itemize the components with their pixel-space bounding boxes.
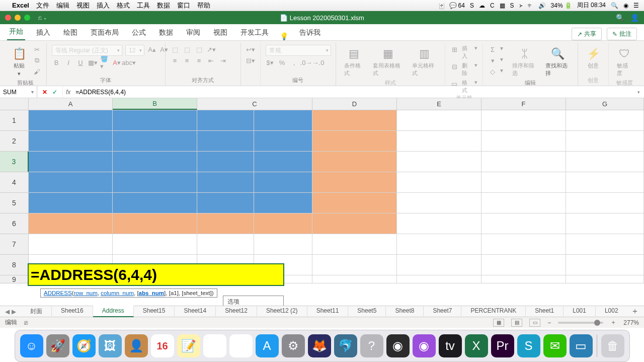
align-bot-icon[interactable]: ⬚ bbox=[195, 45, 204, 54]
tab-review[interactable]: 审阅 bbox=[184, 25, 202, 40]
dock-reminders[interactable]: ☑ bbox=[203, 334, 226, 357]
qat-autosave-icon[interactable]: ⎌ ▾ bbox=[38, 14, 47, 21]
zoom-level[interactable]: 277% bbox=[623, 319, 639, 326]
dock-photos[interactable]: ❀ bbox=[229, 334, 253, 357]
col-header-c[interactable]: C bbox=[197, 98, 312, 110]
fx-icon[interactable]: fx bbox=[66, 89, 70, 96]
sheet-tab-sheet14[interactable]: Sheet14 bbox=[175, 306, 216, 317]
status-menu-icon[interactable]: ☰ bbox=[633, 2, 639, 9]
sheet-tab-address[interactable]: Address bbox=[93, 306, 134, 317]
dock-mysql[interactable]: 🐬 bbox=[334, 334, 357, 357]
title-search-icon[interactable]: 🔍 bbox=[616, 14, 624, 22]
col-header-b[interactable]: B bbox=[113, 98, 197, 110]
dock-finder[interactable]: ☺ bbox=[20, 334, 43, 357]
sort-filter-button[interactable]: ᛯ排序和筛选 bbox=[509, 45, 539, 79]
zoom-in-button[interactable]: ＋ bbox=[610, 318, 616, 327]
col-header-e[interactable]: E bbox=[397, 98, 481, 110]
menu-window[interactable]: 窗口 bbox=[177, 1, 190, 10]
dock-preview[interactable]: 🖼 bbox=[99, 334, 122, 357]
app-name[interactable]: Excel bbox=[12, 2, 29, 9]
dock-wechat[interactable]: ✉ bbox=[543, 334, 567, 357]
col-header-f[interactable]: F bbox=[481, 98, 566, 110]
dock-appletv[interactable]: tv bbox=[439, 334, 462, 357]
cell-styles-button[interactable]: ▥单元格样式 bbox=[409, 45, 440, 79]
table-format-button[interactable]: ▦套用表格格式 bbox=[370, 45, 406, 79]
view-break-icon[interactable]: ▭ bbox=[529, 319, 540, 327]
formula-expand-icon[interactable]: ▾ bbox=[637, 90, 640, 95]
dock-help[interactable]: ? bbox=[360, 334, 383, 357]
sheet-tab-sheet11[interactable]: Sheet11 bbox=[307, 306, 349, 317]
name-box[interactable]: SUM▾ bbox=[0, 86, 37, 98]
sheet-tab-l002[interactable]: L002 bbox=[596, 306, 626, 317]
sheet-nav-next-icon[interactable]: ▶ bbox=[12, 308, 16, 315]
status-wifi-icon[interactable]: ᯤ bbox=[527, 2, 533, 9]
sheet-tab-sheet12[interactable]: Sheet12 bbox=[216, 306, 257, 317]
row-header-1[interactable]: 1 bbox=[0, 110, 29, 131]
row-header-5[interactable]: 5 bbox=[0, 193, 29, 213]
bold-icon[interactable]: B bbox=[52, 58, 61, 67]
dock-launchpad[interactable]: 🚀 bbox=[46, 334, 69, 357]
title-user-icon[interactable]: 👤 bbox=[630, 14, 639, 22]
sheet-tab-sheet1[interactable]: Sheet1 bbox=[526, 306, 564, 317]
underline-icon[interactable]: U bbox=[76, 58, 85, 67]
sheet-nav-prev-icon[interactable]: ◀ bbox=[5, 308, 10, 315]
dock-contacts[interactable]: 👤 bbox=[125, 334, 148, 357]
menu-tools[interactable]: 工具 bbox=[137, 1, 150, 10]
delete-cells-icon[interactable]: ⊟ bbox=[450, 62, 458, 71]
dock-podcasts[interactable]: ◉ bbox=[413, 334, 436, 357]
select-all-corner[interactable] bbox=[0, 98, 29, 110]
row-header-2[interactable]: 2 bbox=[0, 131, 29, 152]
row-header-6[interactable]: 6 bbox=[0, 213, 29, 234]
zoom-button[interactable] bbox=[24, 15, 30, 21]
close-button[interactable] bbox=[5, 15, 11, 21]
tab-view[interactable]: 视图 bbox=[211, 25, 229, 40]
sheet-tab-sheet16[interactable]: Sheet16 bbox=[52, 306, 93, 317]
col-header-g[interactable]: G bbox=[566, 98, 644, 110]
indent-inc-icon[interactable]: ⇥ bbox=[219, 56, 228, 65]
tab-home[interactable]: 开始 bbox=[7, 24, 25, 40]
view-normal-icon[interactable]: ▦ bbox=[493, 319, 504, 327]
add-sheet-button[interactable]: ＋ bbox=[626, 306, 644, 317]
dock-trash[interactable]: 🗑 bbox=[601, 334, 624, 357]
increase-font-icon[interactable]: A▴ bbox=[147, 45, 156, 54]
dock-pr[interactable]: Pr bbox=[491, 334, 514, 357]
copy-icon[interactable]: ⧉ bbox=[32, 56, 41, 65]
row-header-7[interactable]: 7 bbox=[0, 234, 29, 255]
dock-screenflow[interactable]: ▭ bbox=[570, 334, 593, 357]
dec-dec-icon[interactable]: →.0 bbox=[314, 58, 323, 67]
menu-help[interactable]: 帮助 bbox=[197, 1, 210, 10]
font-color-icon[interactable]: A▾ bbox=[112, 58, 121, 67]
sheet-tab-percentrank[interactable]: PERCENTRANK bbox=[461, 306, 526, 317]
active-edit-cell[interactable]: =ADDRESS(6,4,4) bbox=[29, 264, 283, 285]
paste-button[interactable]: 📋粘贴▾ bbox=[9, 45, 29, 79]
status-search-icon[interactable]: 🔍 bbox=[611, 2, 618, 9]
cancel-edit-icon[interactable]: ✕ bbox=[42, 89, 47, 96]
status-c-icon[interactable]: C bbox=[490, 2, 495, 9]
status-wechat-icon[interactable]: 💬 64 bbox=[449, 2, 465, 9]
number-format-select[interactable]: 常规 bbox=[266, 45, 331, 56]
menu-edit[interactable]: 编辑 bbox=[56, 1, 69, 10]
sheet-tab-sheet5[interactable]: Sheet5 bbox=[348, 306, 386, 317]
status-s-icon[interactable]: S bbox=[470, 2, 474, 9]
tab-draw[interactable]: 绘图 bbox=[61, 25, 79, 40]
align-right-icon[interactable]: ≡ bbox=[195, 56, 204, 65]
clear-icon[interactable]: ◇ bbox=[488, 67, 497, 76]
decrease-font-icon[interactable]: A▾ bbox=[159, 45, 169, 54]
zoom-out-button[interactable]: − bbox=[547, 319, 551, 326]
col-header-d[interactable]: D bbox=[312, 98, 397, 110]
status-time[interactable]: 周日 08:34 bbox=[577, 1, 606, 10]
menu-data[interactable]: 数据 bbox=[157, 1, 170, 10]
italic-icon[interactable]: I bbox=[64, 58, 73, 67]
status-siri-icon[interactable]: ◉ bbox=[623, 2, 628, 9]
row-header-3[interactable]: 3 bbox=[0, 152, 29, 172]
share-button[interactable]: ↗ 共享 bbox=[572, 28, 602, 40]
status-sq-icon[interactable]: S bbox=[510, 2, 514, 9]
confirm-edit-icon[interactable]: ✓ bbox=[52, 89, 57, 96]
ideas-button[interactable]: ⚡创意 bbox=[583, 45, 603, 71]
zoom-slider[interactable] bbox=[558, 322, 603, 324]
dock-excel[interactable]: X bbox=[465, 334, 488, 357]
comments-button[interactable]: ✎ 批注 bbox=[607, 28, 637, 40]
menu-view[interactable]: 视图 bbox=[76, 1, 90, 10]
fill-color-icon[interactable]: 🪣▾ bbox=[100, 58, 109, 67]
fill-icon[interactable]: ▾ bbox=[488, 56, 497, 65]
